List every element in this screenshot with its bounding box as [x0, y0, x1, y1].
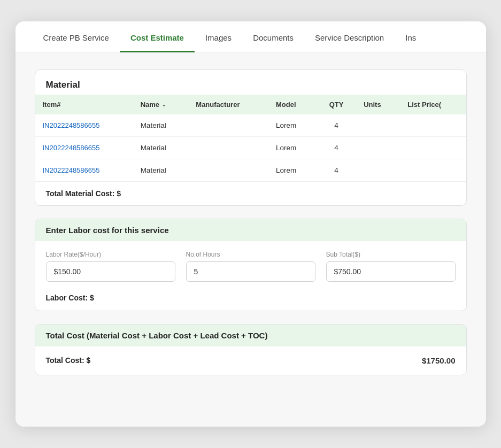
cell-qty-0: 4 [317, 114, 356, 137]
total-cost-label: Total Cost: $ [46, 356, 91, 365]
col-header-units: Units [356, 95, 400, 114]
table-row: IN2022248586655 Material Lorem 4 [35, 114, 466, 137]
app-container: Create PB Service Cost Estimate Images D… [16, 21, 486, 427]
sub-total-label: Sub Total($) [326, 251, 456, 258]
total-cost-header: Total Cost (Material Cost + Labor Cost +… [35, 325, 466, 346]
cell-item-1: IN2022248586655 [35, 136, 133, 159]
tab-create-pb-service[interactable]: Create PB Service [33, 21, 120, 52]
cell-model-0: Lorem [268, 114, 317, 137]
tabs-bar: Create PB Service Cost Estimate Images D… [16, 21, 486, 52]
total-cost-value: $1750.00 [422, 356, 456, 365]
tab-documents[interactable]: Documents [242, 21, 304, 52]
cell-model-1: Lorem [268, 136, 317, 159]
sub-total-input[interactable] [326, 261, 456, 282]
cell-item-2: IN2022248586655 [35, 159, 133, 181]
no-of-hours-label: No.of Hours [186, 251, 315, 258]
cell-units-0 [356, 114, 400, 137]
col-header-item: Item# [35, 95, 133, 114]
labor-fields-row: Labor Rate($/Hour) No.of Hours Sub Total… [35, 241, 466, 287]
cell-manufacturer-2 [188, 159, 268, 181]
cell-list-price-0 [400, 114, 466, 137]
total-cost-section: Total Cost (Material Cost + Labor Cost +… [35, 324, 467, 375]
tab-service-description[interactable]: Service Description [304, 21, 395, 52]
cell-name-1: Material [133, 136, 189, 159]
labor-section-header: Enter Labor cost for this service [35, 219, 466, 241]
cell-list-price-2 [400, 159, 466, 181]
labor-rate-input[interactable] [46, 261, 175, 282]
cell-list-price-1 [400, 136, 466, 159]
no-of-hours-input[interactable] [186, 261, 315, 282]
labor-rate-field-group: Labor Rate($/Hour) [46, 251, 175, 282]
tab-ins[interactable]: Ins [395, 21, 427, 52]
name-header-label: Name [141, 101, 159, 109]
col-header-model: Model [268, 95, 317, 114]
cell-model-2: Lorem [268, 159, 317, 181]
item-link-1[interactable]: IN2022248586655 [43, 144, 100, 152]
cell-qty-1: 4 [317, 136, 356, 159]
cell-units-1 [356, 136, 400, 159]
material-table: Item# Name ⌄ Manufacturer Model QTY Unit… [35, 95, 466, 181]
item-link-0[interactable]: IN2022248586655 [43, 121, 100, 129]
sort-icon[interactable]: ⌄ [161, 101, 166, 108]
labor-cost-footer: Labor Cost: $ [35, 287, 466, 311]
col-header-qty: QTY [317, 95, 356, 114]
col-header-manufacturer: Manufacturer [188, 95, 268, 114]
material-total-footer: Total Material Cost: $ [35, 181, 466, 205]
labor-rate-label: Labor Rate($/Hour) [46, 251, 175, 258]
item-link-2[interactable]: IN2022248586655 [43, 166, 100, 174]
cell-manufacturer-1 [188, 136, 268, 159]
cell-name-0: Material [133, 114, 189, 137]
table-row: IN2022248586655 Material Lorem 4 [35, 159, 466, 181]
tab-images[interactable]: Images [195, 21, 242, 52]
col-header-list-price: List Price( [400, 95, 466, 114]
table-row: IN2022248586655 Material Lorem 4 [35, 136, 466, 159]
sub-total-field-group: Sub Total($) [326, 251, 456, 282]
total-cost-row: Total Cost: $ $1750.00 [35, 346, 466, 375]
cell-item-0: IN2022248586655 [35, 114, 133, 137]
col-header-name: Name ⌄ [133, 95, 189, 114]
cell-qty-2: 4 [317, 159, 356, 181]
material-section-title: Material [35, 70, 466, 95]
no-of-hours-field-group: No.of Hours [186, 251, 315, 282]
main-content: Material Item# Name ⌄ Manufacturer Model [16, 52, 486, 427]
labor-section: Enter Labor cost for this service Labor … [35, 219, 467, 311]
tab-cost-estimate[interactable]: Cost Estimate [120, 21, 195, 52]
cell-units-2 [356, 159, 400, 181]
material-section: Material Item# Name ⌄ Manufacturer Model [35, 69, 467, 206]
cell-manufacturer-0 [188, 114, 268, 137]
cell-name-2: Material [133, 159, 189, 181]
